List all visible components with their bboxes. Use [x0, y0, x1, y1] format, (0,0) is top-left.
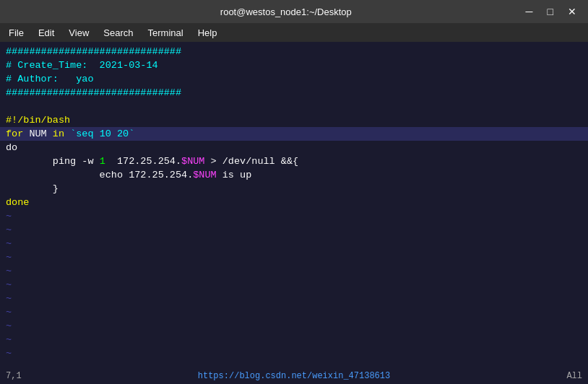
- code-line-23: ~: [0, 346, 588, 360]
- line-4-content: ##############################: [0, 86, 588, 100]
- view-mode: All: [566, 371, 582, 381]
- code-line-7: for NUM in `seq 10 20`: [0, 127, 588, 141]
- code-line-18: ~: [0, 278, 588, 292]
- line-8-content: do: [0, 141, 588, 154]
- line-12-content: done: [0, 196, 588, 209]
- code-line-20: ~: [0, 305, 588, 319]
- menu-file[interactable]: File: [3, 26, 30, 40]
- line-2-content: # Create_Time: 2021-03-14: [0, 58, 588, 72]
- code-line-1: ##############################: [0, 45, 588, 58]
- code-line-15: ~: [0, 237, 588, 250]
- line-11-content: }: [0, 182, 588, 196]
- code-line-11: }: [0, 182, 588, 196]
- menu-help[interactable]: Help: [192, 26, 223, 40]
- code-line-17: ~: [0, 264, 588, 278]
- line-6-content: #!/bin/bash: [0, 113, 588, 127]
- line-5-content: [0, 100, 588, 113]
- code-line-22: ~: [0, 333, 588, 346]
- url-text: https://blog.csdn.net/weixin_47138613: [198, 371, 390, 381]
- line-9-content: ping -w 1 172.25.254.$NUM > /dev/null &&…: [0, 154, 588, 168]
- code-line-14: ~: [0, 223, 588, 237]
- code-line-21: ~: [0, 319, 588, 333]
- status-bar: 7,1 https://blog.csdn.net/weixin_4713861…: [0, 368, 588, 384]
- line-10-content: echo 172.25.254.$NUM is up: [0, 168, 588, 182]
- code-line-4: ##############################: [0, 86, 588, 100]
- code-area: ############################## # Create_…: [0, 42, 588, 384]
- window-title: root@westos_node1:~/Desktop: [51, 6, 522, 17]
- cursor-position: 7,1: [6, 371, 22, 381]
- code-line-9: ping -w 1 172.25.254.$NUM > /dev/null &&…: [0, 154, 588, 168]
- close-button[interactable]: ✕: [563, 4, 581, 19]
- line-1-content: ##############################: [0, 45, 588, 58]
- code-line-19: ~: [0, 292, 588, 305]
- code-line-13: ~: [0, 209, 588, 223]
- code-line-8: do: [0, 141, 588, 154]
- window-controls: ─ □ ✕: [522, 4, 581, 19]
- menu-view[interactable]: View: [63, 26, 95, 40]
- code-line-16: ~: [0, 250, 588, 264]
- minimize-button[interactable]: ─: [522, 4, 537, 19]
- code-line-2: # Create_Time: 2021-03-14: [0, 58, 588, 72]
- menu-terminal[interactable]: Terminal: [142, 26, 189, 40]
- editor[interactable]: ############################## # Create_…: [0, 42, 588, 384]
- line-3-content: # Author: yao: [0, 72, 588, 86]
- code-line-12: done: [0, 196, 588, 209]
- maximize-button[interactable]: □: [543, 4, 558, 19]
- code-line-3: # Author: yao: [0, 72, 588, 86]
- line-7-content: for NUM in `seq 10 20`: [0, 127, 588, 141]
- code-line-10: echo 172.25.254.$NUM is up: [0, 168, 588, 182]
- title-bar: root@westos_node1:~/Desktop ─ □ ✕: [0, 0, 588, 23]
- menu-bar: File Edit View Search Terminal Help: [0, 23, 588, 42]
- code-line-5: [0, 100, 588, 113]
- menu-edit[interactable]: Edit: [33, 26, 60, 40]
- code-line-6: #!/bin/bash: [0, 113, 588, 127]
- menu-search[interactable]: Search: [98, 26, 139, 40]
